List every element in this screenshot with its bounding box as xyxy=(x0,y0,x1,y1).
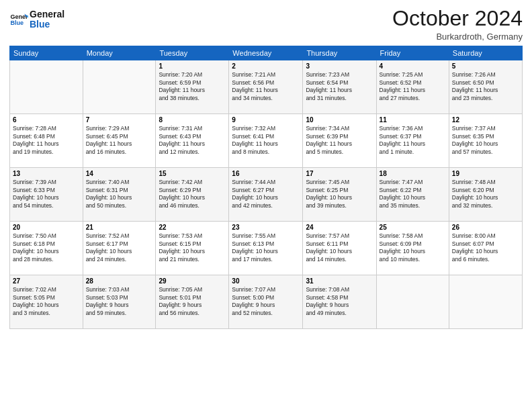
day-info: Sunrise: 7:58 AMSunset: 6:09 PMDaylight:… xyxy=(380,232,446,263)
logo-icon: General Blue xyxy=(9,10,28,29)
calendar-cell: 8Sunrise: 7:31 AMSunset: 6:43 PMDaylight… xyxy=(156,114,229,168)
logo: General Blue General Blue xyxy=(9,9,64,30)
calendar-header-row: Sunday Monday Tuesday Wednesday Thursday… xyxy=(10,46,523,60)
calendar-cell: 3Sunrise: 7:23 AMSunset: 6:54 PMDaylight… xyxy=(303,60,376,114)
col-tuesday: Tuesday xyxy=(156,46,229,60)
calendar-cell: 1Sunrise: 7:20 AMSunset: 6:59 PMDaylight… xyxy=(156,60,229,114)
day-number: 8 xyxy=(159,116,226,124)
day-number: 23 xyxy=(232,224,300,231)
calendar-cell: 9Sunrise: 7:32 AMSunset: 6:41 PMDaylight… xyxy=(229,114,303,168)
day-info: Sunrise: 7:31 AMSunset: 6:43 PMDaylight:… xyxy=(159,125,226,156)
day-number: 6 xyxy=(13,116,80,124)
day-number: 17 xyxy=(306,170,373,177)
calendar-cell: 5Sunrise: 7:26 AMSunset: 6:50 PMDaylight… xyxy=(449,60,522,114)
logo-blue: Blue xyxy=(30,19,64,30)
calendar-cell: 31Sunrise: 7:08 AMSunset: 4:58 PMDayligh… xyxy=(303,275,376,329)
day-info: Sunrise: 7:57 AMSunset: 6:11 PMDaylight:… xyxy=(306,232,373,263)
day-number: 15 xyxy=(159,170,226,177)
col-friday: Friday xyxy=(376,46,449,60)
day-info: Sunrise: 7:50 AMSunset: 6:18 PMDaylight:… xyxy=(13,232,80,263)
day-info: Sunrise: 7:42 AMSunset: 6:29 PMDaylight:… xyxy=(159,179,226,210)
day-number: 3 xyxy=(306,62,373,70)
calendar-cell: 26Sunrise: 8:00 AMSunset: 6:07 PMDayligh… xyxy=(449,222,522,275)
day-info: Sunrise: 7:23 AMSunset: 6:54 PMDaylight:… xyxy=(306,71,373,102)
month-title: October 2024 xyxy=(392,7,523,30)
calendar-cell: 14Sunrise: 7:40 AMSunset: 6:31 PMDayligh… xyxy=(83,168,156,222)
calendar-cell: 25Sunrise: 7:58 AMSunset: 6:09 PMDayligh… xyxy=(376,222,449,275)
calendar-table: Sunday Monday Tuesday Wednesday Thursday… xyxy=(9,46,523,329)
day-info: Sunrise: 7:21 AMSunset: 6:56 PMDaylight:… xyxy=(232,71,300,102)
title-block: October 2024 Burkardroth, Germany xyxy=(392,7,523,42)
calendar-cell: 4Sunrise: 7:25 AMSunset: 6:52 PMDaylight… xyxy=(376,60,449,114)
logo-general: General xyxy=(30,9,64,19)
calendar-cell: 24Sunrise: 7:57 AMSunset: 6:11 PMDayligh… xyxy=(303,222,376,275)
calendar-cell: 18Sunrise: 7:47 AMSunset: 6:22 PMDayligh… xyxy=(376,168,449,222)
day-number: 10 xyxy=(306,116,373,124)
day-info: Sunrise: 7:55 AMSunset: 6:13 PMDaylight:… xyxy=(232,232,300,263)
day-info: Sunrise: 7:05 AMSunset: 5:01 PMDaylight:… xyxy=(159,286,226,317)
day-info: Sunrise: 7:47 AMSunset: 6:22 PMDaylight:… xyxy=(380,179,446,210)
page: General Blue General Blue October 2024 B… xyxy=(0,0,532,411)
day-number: 12 xyxy=(452,116,519,124)
day-number: 25 xyxy=(380,224,446,231)
day-number: 20 xyxy=(13,224,80,231)
day-info: Sunrise: 7:20 AMSunset: 6:59 PMDaylight:… xyxy=(159,71,226,102)
day-number: 19 xyxy=(452,170,519,177)
day-info: Sunrise: 7:25 AMSunset: 6:52 PMDaylight:… xyxy=(380,71,446,102)
calendar-cell: 27Sunrise: 7:02 AMSunset: 5:05 PMDayligh… xyxy=(10,275,83,329)
day-info: Sunrise: 7:26 AMSunset: 6:50 PMDaylight:… xyxy=(452,71,519,102)
day-info: Sunrise: 7:37 AMSunset: 6:35 PMDaylight:… xyxy=(452,125,519,156)
calendar-cell xyxy=(83,60,156,114)
calendar-cell: 19Sunrise: 7:48 AMSunset: 6:20 PMDayligh… xyxy=(449,168,522,222)
col-sunday: Sunday xyxy=(10,46,83,60)
calendar-cell: 12Sunrise: 7:37 AMSunset: 6:35 PMDayligh… xyxy=(449,114,522,168)
calendar-cell xyxy=(449,275,522,329)
day-number: 28 xyxy=(86,277,153,285)
day-info: Sunrise: 7:52 AMSunset: 6:17 PMDaylight:… xyxy=(86,232,153,263)
day-number: 13 xyxy=(13,170,80,177)
day-number: 22 xyxy=(159,224,226,231)
day-number: 9 xyxy=(232,116,300,124)
calendar-cell: 11Sunrise: 7:36 AMSunset: 6:37 PMDayligh… xyxy=(376,114,449,168)
day-number: 14 xyxy=(86,170,153,177)
calendar-week-5: 27Sunrise: 7:02 AMSunset: 5:05 PMDayligh… xyxy=(10,275,523,329)
day-info: Sunrise: 7:44 AMSunset: 6:27 PMDaylight:… xyxy=(232,179,300,210)
day-info: Sunrise: 7:53 AMSunset: 6:15 PMDaylight:… xyxy=(159,232,226,263)
calendar-cell: 13Sunrise: 7:39 AMSunset: 6:33 PMDayligh… xyxy=(10,168,83,222)
calendar-cell xyxy=(10,60,83,114)
calendar-week-2: 6Sunrise: 7:28 AMSunset: 6:48 PMDaylight… xyxy=(10,114,523,168)
calendar-cell: 6Sunrise: 7:28 AMSunset: 6:48 PMDaylight… xyxy=(10,114,83,168)
day-number: 7 xyxy=(86,116,153,124)
calendar-cell: 23Sunrise: 7:55 AMSunset: 6:13 PMDayligh… xyxy=(229,222,303,275)
day-number: 24 xyxy=(306,224,373,231)
calendar-cell xyxy=(376,275,449,329)
day-number: 5 xyxy=(452,62,519,70)
calendar-cell: 29Sunrise: 7:05 AMSunset: 5:01 PMDayligh… xyxy=(156,275,229,329)
day-number: 31 xyxy=(306,277,373,285)
day-info: Sunrise: 8:00 AMSunset: 6:07 PMDaylight:… xyxy=(452,232,519,263)
calendar-cell: 30Sunrise: 7:07 AMSunset: 5:00 PMDayligh… xyxy=(229,275,303,329)
day-number: 27 xyxy=(13,277,80,285)
col-monday: Monday xyxy=(83,46,156,60)
day-info: Sunrise: 7:39 AMSunset: 6:33 PMDaylight:… xyxy=(13,179,80,210)
day-number: 16 xyxy=(232,170,300,177)
day-info: Sunrise: 7:34 AMSunset: 6:39 PMDaylight:… xyxy=(306,125,373,156)
day-info: Sunrise: 7:45 AMSunset: 6:25 PMDaylight:… xyxy=(306,179,373,210)
day-info: Sunrise: 7:32 AMSunset: 6:41 PMDaylight:… xyxy=(232,125,300,156)
calendar-cell: 20Sunrise: 7:50 AMSunset: 6:18 PMDayligh… xyxy=(10,222,83,275)
calendar-cell: 2Sunrise: 7:21 AMSunset: 6:56 PMDaylight… xyxy=(229,60,303,114)
day-info: Sunrise: 7:28 AMSunset: 6:48 PMDaylight:… xyxy=(13,125,80,156)
calendar-cell: 15Sunrise: 7:42 AMSunset: 6:29 PMDayligh… xyxy=(156,168,229,222)
svg-text:Blue: Blue xyxy=(10,20,24,27)
calendar-week-4: 20Sunrise: 7:50 AMSunset: 6:18 PMDayligh… xyxy=(10,222,523,275)
col-wednesday: Wednesday xyxy=(229,46,303,60)
calendar-cell: 21Sunrise: 7:52 AMSunset: 6:17 PMDayligh… xyxy=(83,222,156,275)
day-number: 21 xyxy=(86,224,153,231)
col-thursday: Thursday xyxy=(303,46,376,60)
day-number: 4 xyxy=(380,62,446,70)
day-number: 1 xyxy=(159,62,226,70)
day-number: 2 xyxy=(232,62,300,70)
day-number: 18 xyxy=(380,170,446,177)
day-info: Sunrise: 7:40 AMSunset: 6:31 PMDaylight:… xyxy=(86,179,153,210)
calendar-cell: 17Sunrise: 7:45 AMSunset: 6:25 PMDayligh… xyxy=(303,168,376,222)
